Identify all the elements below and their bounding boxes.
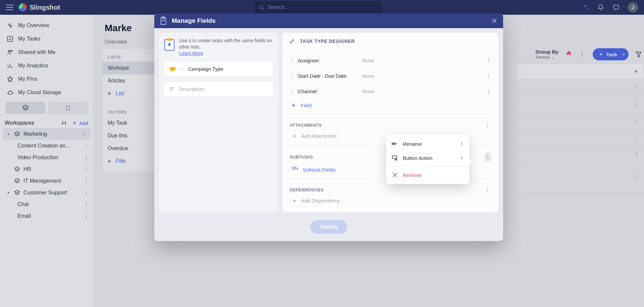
svg-rect-41 bbox=[293, 167, 296, 169]
dependencies-title: DEPENDENCIES bbox=[290, 188, 324, 192]
add-field-button[interactable]: Field bbox=[285, 99, 496, 112]
clipboard-icon bbox=[160, 16, 167, 25]
field-row-channel: ⋮⋮ Channel: None ⋮ bbox=[285, 83, 496, 99]
ctx-remove[interactable]: Remove bbox=[386, 168, 469, 182]
cursor-click-icon bbox=[391, 155, 398, 161]
close-icon[interactable] bbox=[491, 17, 498, 24]
drag-handle-icon[interactable]: ⋮⋮ bbox=[289, 73, 294, 79]
drag-handle-icon[interactable]: ⋮⋮ bbox=[289, 88, 294, 95]
field-label: Start Date - Due Date: bbox=[298, 73, 358, 79]
designer-body: ⋮⋮ Assignee: None ⋮ ⋮⋮ Start Date - Due … bbox=[282, 50, 498, 212]
section-more-icon[interactable]: ⋮ bbox=[484, 122, 491, 128]
section-more-icon[interactable]: ⋮ bbox=[484, 152, 491, 162]
intro-text: Use it to create tasks with the same fie… bbox=[179, 38, 272, 50]
field-value[interactable]: None bbox=[362, 58, 374, 63]
drag-handle-icon[interactable]: ⋮⋮ bbox=[289, 57, 294, 64]
placeholder-text: Description bbox=[179, 86, 204, 92]
context-menu: Rename Button Action Remove bbox=[386, 135, 469, 184]
attachments-title: ATTACHMENTS bbox=[290, 123, 322, 128]
modal-left-pane: Use it to create tasks with the same fie… bbox=[159, 33, 278, 212]
add-field-label: Field bbox=[301, 103, 312, 108]
text-lines-icon bbox=[169, 86, 175, 92]
ctx-rename-label: Rename bbox=[403, 141, 422, 147]
field-value[interactable]: None bbox=[362, 88, 374, 94]
attachments-section: ATTACHMENTS ⋮ bbox=[285, 117, 496, 130]
clipboard-color-icon bbox=[164, 38, 175, 51]
plus-icon bbox=[292, 198, 297, 203]
ctx-remove-label: Remove bbox=[403, 172, 422, 178]
add-attachment-label: Add Attachment bbox=[301, 133, 337, 139]
modal-header: Manage Fields bbox=[154, 13, 503, 28]
designer-title: TASK TYPE DESIGNER bbox=[300, 39, 355, 44]
ctx-button-action[interactable]: Button Action bbox=[386, 151, 469, 165]
close-icon bbox=[391, 172, 398, 178]
field-more-icon[interactable]: ⋮ bbox=[485, 73, 492, 79]
ctx-action-label: Button Action bbox=[403, 155, 432, 161]
subtask-icon bbox=[292, 166, 299, 173]
chevron-right-icon bbox=[459, 141, 464, 146]
svg-rect-32 bbox=[167, 38, 172, 41]
field-more-icon[interactable]: ⋮ bbox=[485, 57, 492, 64]
field-row-assignee: ⋮⋮ Assignee: None ⋮ bbox=[285, 53, 496, 68]
handshake-icon: 🤝 bbox=[169, 65, 176, 73]
intro-block: Use it to create tasks with the same fie… bbox=[164, 38, 274, 57]
rename-icon bbox=[391, 140, 398, 147]
pencil-icon[interactable] bbox=[289, 38, 295, 44]
ctx-rename[interactable]: Rename bbox=[386, 137, 469, 151]
ctx-separator bbox=[386, 166, 469, 167]
modal-title: Manage Fields bbox=[172, 17, 486, 24]
chevron-down-icon bbox=[180, 67, 184, 71]
subtask-fields-label: Subtask Fields bbox=[303, 167, 335, 173]
field-row-dates: ⋮⋮ Start Date - Due Date: None ⋮ bbox=[285, 68, 496, 83]
modal-footer: Update bbox=[154, 217, 503, 241]
chevron-right-icon bbox=[459, 156, 464, 160]
description-field[interactable]: Description bbox=[164, 81, 274, 97]
task-type-designer: TASK TYPE DESIGNER ⋮⋮ Assignee: None ⋮ ⋮… bbox=[282, 33, 498, 212]
add-dependency[interactable]: Add Dependency bbox=[285, 194, 496, 207]
subtasks-title: SUBTASKS bbox=[290, 155, 313, 160]
field-label: Channel: bbox=[298, 88, 358, 94]
field-label: Assignee: bbox=[298, 58, 358, 63]
campaign-type-field[interactable]: 🤝 Campaign Type bbox=[164, 61, 274, 77]
manage-fields-modal: Manage Fields Use it to create tasks wit… bbox=[154, 13, 503, 241]
field-value[interactable]: None bbox=[362, 73, 374, 79]
learn-more-link[interactable]: Learn More bbox=[179, 51, 203, 56]
plus-icon bbox=[290, 102, 297, 108]
add-dependency-label: Add Dependency bbox=[301, 198, 340, 203]
field-name: Campaign Type bbox=[188, 66, 223, 72]
plus-icon bbox=[292, 133, 297, 139]
update-button[interactable]: Update bbox=[310, 220, 347, 234]
field-more-icon[interactable]: ⋮ bbox=[485, 88, 492, 95]
modal-body: Use it to create tasks with the same fie… bbox=[154, 28, 503, 217]
section-more-icon[interactable]: ⋮ bbox=[484, 187, 491, 193]
designer-header: TASK TYPE DESIGNER bbox=[282, 33, 498, 50]
